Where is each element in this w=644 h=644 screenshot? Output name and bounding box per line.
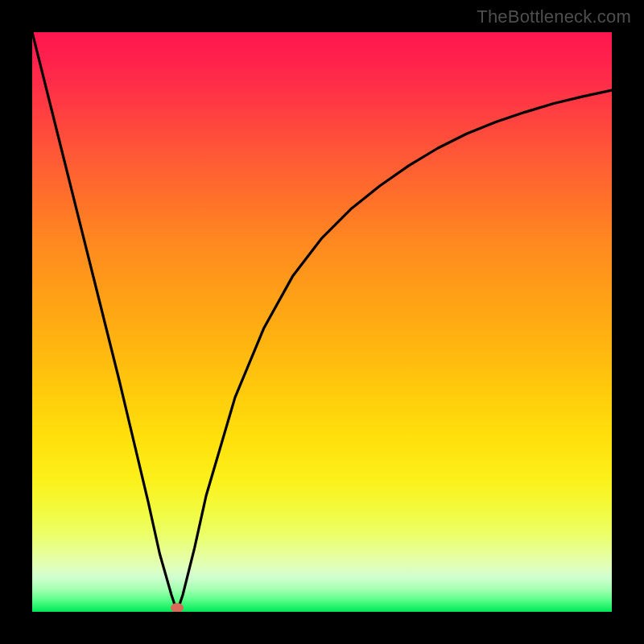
minimum-marker <box>171 603 184 612</box>
bottleneck-curve <box>32 32 612 612</box>
plot-area <box>32 32 612 612</box>
attribution-label: TheBottleneck.com <box>477 6 631 27</box>
chart-frame: TheBottleneck.com <box>0 0 644 644</box>
curve-layer <box>32 32 612 612</box>
